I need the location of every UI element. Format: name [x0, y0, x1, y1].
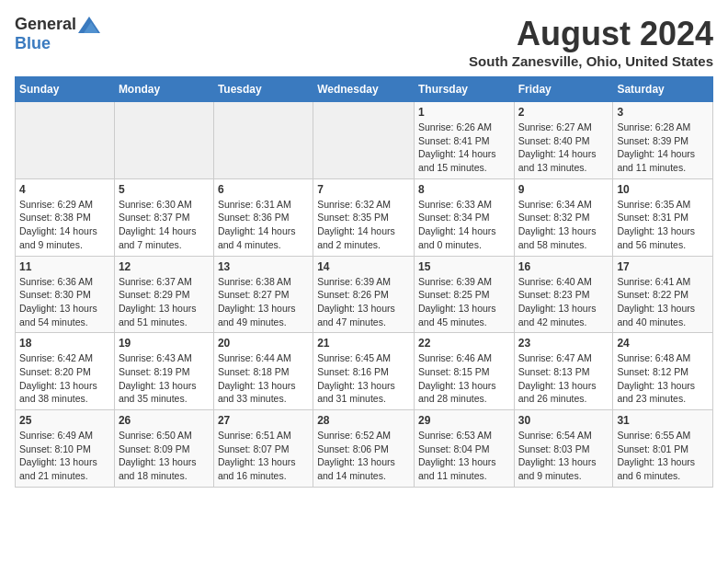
calendar-cell: 23Sunrise: 6:47 AM Sunset: 8:13 PM Dayli…: [514, 333, 613, 410]
day-info: Sunrise: 6:54 AM Sunset: 8:03 PM Dayligh…: [518, 429, 609, 483]
day-number: 2: [518, 106, 609, 119]
day-info: Sunrise: 6:37 AM Sunset: 8:29 PM Dayligh…: [119, 275, 210, 329]
day-number: 29: [418, 414, 510, 427]
calendar-cell: 7Sunrise: 6:32 AM Sunset: 8:35 PM Daylig…: [313, 178, 415, 256]
header-day-tuesday: Tuesday: [213, 77, 313, 102]
day-info: Sunrise: 6:36 AM Sunset: 8:30 PM Dayligh…: [19, 275, 110, 329]
header-day-monday: Monday: [114, 77, 213, 102]
calendar-cell: 14Sunrise: 6:39 AM Sunset: 8:26 PM Dayli…: [313, 256, 415, 333]
day-number: 22: [418, 337, 510, 350]
calendar-cell: 30Sunrise: 6:54 AM Sunset: 8:03 PM Dayli…: [514, 410, 613, 488]
day-info: Sunrise: 6:42 AM Sunset: 8:20 PM Dayligh…: [19, 351, 110, 406]
day-number: 5: [119, 183, 210, 196]
day-info: Sunrise: 6:52 AM Sunset: 8:06 PM Dayligh…: [317, 429, 410, 483]
day-info: Sunrise: 6:30 AM Sunset: 8:37 PM Dayligh…: [119, 198, 210, 252]
calendar-cell: 4Sunrise: 6:29 AM Sunset: 8:38 PM Daylig…: [16, 178, 115, 256]
calendar-cell: 15Sunrise: 6:39 AM Sunset: 8:25 PM Dayli…: [414, 256, 514, 333]
header-day-thursday: Thursday: [414, 77, 514, 102]
day-info: Sunrise: 6:34 AM Sunset: 8:32 PM Dayligh…: [518, 198, 609, 252]
day-info: Sunrise: 6:46 AM Sunset: 8:15 PM Dayligh…: [418, 351, 510, 406]
month-year-title: August 2024: [469, 15, 713, 53]
day-number: 8: [418, 183, 510, 196]
day-number: 26: [119, 414, 210, 427]
day-number: 10: [617, 183, 709, 196]
calendar-week-row: 11Sunrise: 6:36 AM Sunset: 8:30 PM Dayli…: [16, 256, 713, 333]
day-number: 1: [418, 106, 510, 119]
title-block: August 2024 South Zanesville, Ohio, Unit…: [469, 15, 713, 69]
day-number: 27: [218, 414, 309, 427]
calendar-cell: 19Sunrise: 6:43 AM Sunset: 8:19 PM Dayli…: [114, 333, 213, 410]
day-number: 12: [119, 260, 210, 273]
calendar-week-row: 1Sunrise: 6:26 AM Sunset: 8:41 PM Daylig…: [16, 102, 713, 179]
day-info: Sunrise: 6:45 AM Sunset: 8:16 PM Dayligh…: [317, 351, 410, 406]
day-number: 28: [317, 414, 410, 427]
day-number: 24: [617, 337, 709, 350]
calendar-header-row: SundayMondayTuesdayWednesdayThursdayFrid…: [16, 77, 713, 102]
day-number: 9: [518, 183, 609, 196]
calendar-cell: 9Sunrise: 6:34 AM Sunset: 8:32 PM Daylig…: [514, 178, 613, 256]
header-day-wednesday: Wednesday: [313, 77, 415, 102]
day-info: Sunrise: 6:48 AM Sunset: 8:12 PM Dayligh…: [617, 351, 709, 406]
day-number: 6: [218, 183, 309, 196]
day-info: Sunrise: 6:26 AM Sunset: 8:41 PM Dayligh…: [418, 121, 510, 175]
day-info: Sunrise: 6:49 AM Sunset: 8:10 PM Dayligh…: [19, 429, 110, 483]
day-number: 25: [19, 414, 110, 427]
logo-blue-text: Blue: [15, 34, 51, 53]
day-info: Sunrise: 6:39 AM Sunset: 8:25 PM Dayligh…: [418, 275, 510, 329]
day-info: Sunrise: 6:43 AM Sunset: 8:19 PM Dayligh…: [119, 351, 210, 406]
day-number: 7: [317, 183, 410, 196]
day-number: 3: [617, 106, 709, 119]
calendar-cell: [16, 102, 115, 179]
header-day-friday: Friday: [514, 77, 613, 102]
calendar-cell: 6Sunrise: 6:31 AM Sunset: 8:36 PM Daylig…: [213, 178, 313, 256]
day-info: Sunrise: 6:33 AM Sunset: 8:34 PM Dayligh…: [418, 198, 510, 252]
calendar-cell: 25Sunrise: 6:49 AM Sunset: 8:10 PM Dayli…: [16, 410, 115, 488]
day-info: Sunrise: 6:31 AM Sunset: 8:36 PM Dayligh…: [218, 198, 309, 252]
calendar-cell: [114, 102, 213, 179]
calendar-week-row: 25Sunrise: 6:49 AM Sunset: 8:10 PM Dayli…: [16, 410, 713, 488]
calendar-cell: 18Sunrise: 6:42 AM Sunset: 8:20 PM Dayli…: [16, 333, 115, 410]
calendar-cell: [213, 102, 313, 179]
logo: General Blue: [15, 15, 100, 53]
logo-general-text: General: [15, 15, 76, 34]
day-info: Sunrise: 6:29 AM Sunset: 8:38 PM Dayligh…: [19, 198, 110, 252]
calendar-cell: 16Sunrise: 6:40 AM Sunset: 8:23 PM Dayli…: [514, 256, 613, 333]
calendar-cell: 28Sunrise: 6:52 AM Sunset: 8:06 PM Dayli…: [313, 410, 415, 488]
calendar-cell: 29Sunrise: 6:53 AM Sunset: 8:04 PM Dayli…: [414, 410, 514, 488]
day-number: 23: [518, 337, 609, 350]
calendar-cell: 20Sunrise: 6:44 AM Sunset: 8:18 PM Dayli…: [213, 333, 313, 410]
day-number: 13: [218, 260, 309, 273]
calendar-week-row: 18Sunrise: 6:42 AM Sunset: 8:20 PM Dayli…: [16, 333, 713, 410]
day-number: 19: [119, 337, 210, 350]
day-number: 31: [617, 414, 709, 427]
calendar-cell: 3Sunrise: 6:28 AM Sunset: 8:39 PM Daylig…: [613, 102, 713, 179]
day-number: 14: [317, 260, 410, 273]
day-number: 17: [617, 260, 709, 273]
day-number: 30: [518, 414, 609, 427]
day-info: Sunrise: 6:47 AM Sunset: 8:13 PM Dayligh…: [518, 351, 609, 406]
day-number: 15: [418, 260, 510, 273]
day-number: 18: [19, 337, 110, 350]
calendar-cell: 12Sunrise: 6:37 AM Sunset: 8:29 PM Dayli…: [114, 256, 213, 333]
location-subtitle: South Zanesville, Ohio, United States: [469, 53, 713, 69]
calendar-cell: 31Sunrise: 6:55 AM Sunset: 8:01 PM Dayli…: [613, 410, 713, 488]
calendar-cell: 10Sunrise: 6:35 AM Sunset: 8:31 PM Dayli…: [613, 178, 713, 256]
header-day-saturday: Saturday: [613, 77, 713, 102]
day-info: Sunrise: 6:44 AM Sunset: 8:18 PM Dayligh…: [218, 351, 309, 406]
calendar-cell: 8Sunrise: 6:33 AM Sunset: 8:34 PM Daylig…: [414, 178, 514, 256]
day-number: 16: [518, 260, 609, 273]
day-info: Sunrise: 6:41 AM Sunset: 8:22 PM Dayligh…: [617, 275, 709, 329]
day-info: Sunrise: 6:39 AM Sunset: 8:26 PM Dayligh…: [317, 275, 410, 329]
calendar-cell: 26Sunrise: 6:50 AM Sunset: 8:09 PM Dayli…: [114, 410, 213, 488]
day-info: Sunrise: 6:50 AM Sunset: 8:09 PM Dayligh…: [119, 429, 210, 483]
calendar-cell: 21Sunrise: 6:45 AM Sunset: 8:16 PM Dayli…: [313, 333, 415, 410]
day-info: Sunrise: 6:35 AM Sunset: 8:31 PM Dayligh…: [617, 198, 709, 252]
day-info: Sunrise: 6:27 AM Sunset: 8:40 PM Dayligh…: [518, 121, 609, 175]
calendar-cell: 5Sunrise: 6:30 AM Sunset: 8:37 PM Daylig…: [114, 178, 213, 256]
logo-icon: [78, 17, 100, 33]
day-number: 21: [317, 337, 410, 350]
day-info: Sunrise: 6:53 AM Sunset: 8:04 PM Dayligh…: [418, 429, 510, 483]
day-number: 4: [19, 183, 110, 196]
calendar-cell: [313, 102, 415, 179]
calendar-table: SundayMondayTuesdayWednesdayThursdayFrid…: [15, 76, 713, 488]
